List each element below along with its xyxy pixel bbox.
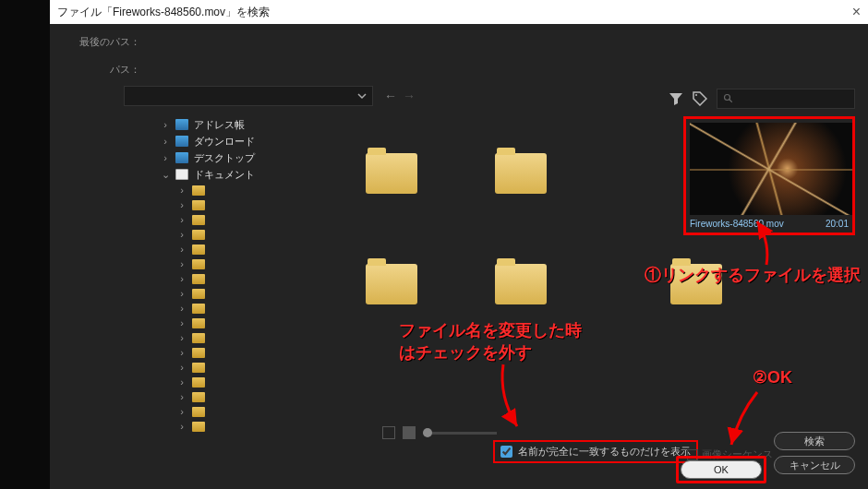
tree-subitem[interactable]: › xyxy=(177,345,318,360)
folder-thumb[interactable] xyxy=(484,264,558,304)
tree-label: アドレス帳 xyxy=(194,118,245,132)
svg-line-2 xyxy=(729,100,732,102)
folder-thumb[interactable] xyxy=(355,264,428,304)
chevron-right-icon: › xyxy=(161,136,170,147)
folder-icon xyxy=(670,264,722,304)
video-preview xyxy=(690,123,852,215)
tree-subitem[interactable]: › xyxy=(177,316,318,330)
tree-subitem[interactable]: › xyxy=(177,256,318,271)
view-toolbar xyxy=(382,426,497,439)
folder-thumb[interactable] xyxy=(484,153,558,194)
document-icon xyxy=(175,169,188,180)
view-list-icon[interactable] xyxy=(382,426,395,439)
video-duration: 20:01 xyxy=(826,219,849,229)
svg-point-0 xyxy=(695,94,697,96)
close-icon[interactable]: × xyxy=(852,0,861,24)
video-thumb-selected[interactable]: Fireworks-848560.mov 20:01 xyxy=(683,116,855,235)
search-input[interactable] xyxy=(717,89,855,109)
folder-tree[interactable]: › アドレス帳 › ダウンロード › デスクトップ ⌄ ドキュメント › xyxy=(78,116,318,434)
path-dropdown[interactable] xyxy=(124,86,373,106)
folder-icon xyxy=(495,264,547,304)
chevron-right-icon: › xyxy=(161,152,170,163)
search-icon xyxy=(723,93,734,104)
tree-subitem[interactable]: › xyxy=(177,404,318,419)
folder-icon xyxy=(366,264,417,304)
last-path-label: 最後のパス： xyxy=(78,35,140,49)
tag-icon[interactable] xyxy=(693,91,707,106)
exact-match-checkbox[interactable] xyxy=(500,446,512,458)
tree-item-downloads[interactable]: › ダウンロード xyxy=(161,133,318,149)
tree-subitem[interactable]: › xyxy=(177,375,318,389)
chevron-down-icon xyxy=(357,91,367,101)
tree-subitem[interactable]: › xyxy=(177,419,318,434)
titlebar: ファイル「Fireworks-848560.mov」を検索 × xyxy=(50,0,868,24)
dialog: 最後のパス： パス： ← → › アドレス帳 xyxy=(50,24,868,489)
folder-icon xyxy=(175,136,188,147)
search-button[interactable]: 検索 xyxy=(774,432,855,450)
tree-label: ダウンロード xyxy=(194,135,255,149)
nav-forward-icon[interactable]: → xyxy=(403,89,416,103)
button-group: 検索 OK キャンセル xyxy=(676,432,855,483)
exact-match-row: 名前が完全に一致するものだけを表示 xyxy=(493,440,698,463)
tree-subitem[interactable]: › xyxy=(177,389,318,404)
folder-icon xyxy=(175,152,188,163)
tree-subitem[interactable]: › xyxy=(177,227,318,242)
chevron-right-icon: › xyxy=(161,119,170,130)
path-row: パス： xyxy=(50,59,868,79)
thumb-size-slider[interactable] xyxy=(423,432,497,435)
filter-icon[interactable] xyxy=(669,91,683,106)
tree-subitem[interactable]: › xyxy=(177,330,318,345)
exact-match-label: 名前が完全に一致するものだけを表示 xyxy=(518,445,691,459)
folder-icon xyxy=(495,153,547,194)
tree-subitem[interactable]: › xyxy=(177,242,318,256)
path-label: パス： xyxy=(78,63,140,77)
tree-label: デスクトップ xyxy=(194,151,255,165)
svg-point-1 xyxy=(725,95,730,101)
file-grid[interactable]: Fireworks-848560.mov 20:01 xyxy=(318,116,857,434)
window-title: ファイル「Fireworks-848560.mov」を検索 xyxy=(57,0,270,24)
nav-back-icon[interactable]: ← xyxy=(384,89,397,103)
cancel-button[interactable]: キャンセル xyxy=(774,456,855,474)
tree-subitem[interactable]: › xyxy=(177,271,318,286)
ok-button[interactable]: OK xyxy=(681,460,762,479)
last-path-row: 最後のパス： xyxy=(50,31,868,52)
tree-item-desktop[interactable]: › デスクトップ xyxy=(161,149,318,166)
folder-icon xyxy=(366,153,417,194)
folder-thumb[interactable] xyxy=(659,264,733,304)
tree-item-addressbook[interactable]: › アドレス帳 xyxy=(161,116,318,133)
chevron-down-icon: ⌄ xyxy=(161,169,170,181)
folder-icon xyxy=(175,119,188,130)
tree-subitem[interactable]: › xyxy=(177,360,318,375)
tree-subitem[interactable]: › xyxy=(177,212,318,227)
tree-subitem[interactable]: › xyxy=(177,286,318,301)
folder-thumb[interactable] xyxy=(355,153,428,194)
tree-subitem[interactable]: › xyxy=(177,301,318,316)
tree-item-documents[interactable]: ⌄ ドキュメント xyxy=(161,166,318,183)
tree-subitem[interactable]: › xyxy=(177,183,318,197)
video-filename: Fireworks-848560.mov xyxy=(690,219,784,229)
view-grid-icon[interactable] xyxy=(403,426,416,439)
tree-subitem[interactable]: › xyxy=(177,197,318,212)
tree-label: ドキュメント xyxy=(194,168,255,182)
tree-subfolders: › › › › › › › › › › › › › › › › › › xyxy=(161,183,318,434)
toolbar-right xyxy=(669,89,855,109)
